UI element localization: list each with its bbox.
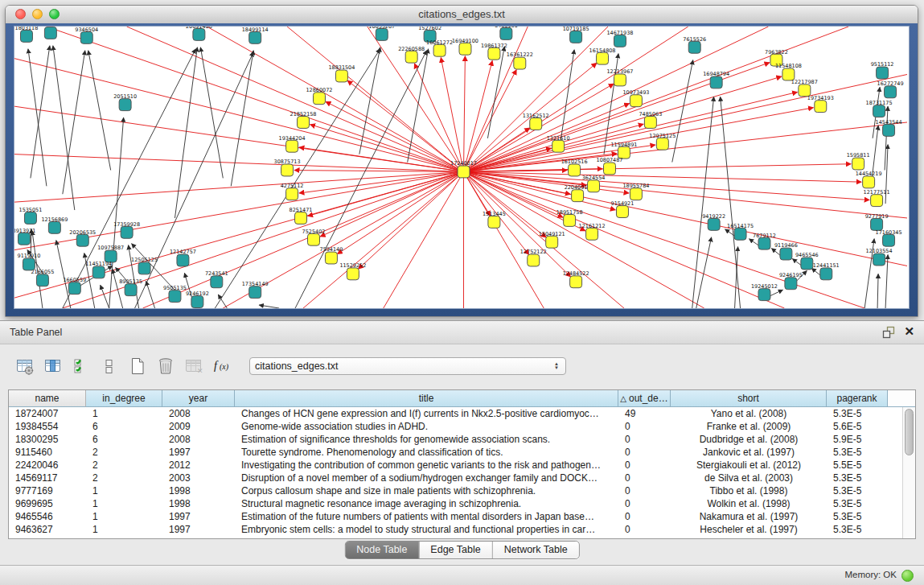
graph-node[interactable]: 9246192: [186, 290, 209, 308]
graph-node[interactable]: 8905135: [119, 278, 142, 296]
graph-node[interactable]: 9154921: [611, 200, 634, 218]
graph-node[interactable]: 12213967: [606, 68, 633, 86]
graph-node[interactable]: 12156869: [41, 216, 68, 234]
create-column-icon[interactable]: [127, 356, 148, 377]
tab-network-table[interactable]: Network Table: [492, 542, 579, 558]
graph-node[interactable]: 19734193: [807, 95, 834, 113]
graph-node[interactable]: 12142757: [170, 249, 196, 266]
delete-table-icon[interactable]: ✕: [183, 356, 204, 377]
table-row[interactable]: 911546021997Tourette syndrome. Phenomeno…: [9, 446, 903, 459]
select-rows-icon[interactable]: [71, 356, 92, 377]
graph-node[interactable]: 7679112: [753, 233, 776, 250]
graph-node[interactable]: 12975125: [649, 133, 676, 150]
column-header-year[interactable]: year: [162, 390, 235, 407]
graph-node[interactable]: 12103554: [866, 248, 893, 266]
graph-node[interactable]: 9119466: [774, 242, 798, 260]
graph-node[interactable]: 9346504: [75, 27, 98, 43]
column-header-in_degree[interactable]: in_degree: [86, 390, 162, 407]
graph-node[interactable]: 1660559: [63, 277, 86, 295]
graph-node[interactable]: 20206535: [69, 229, 96, 247]
graph-node[interactable]: 18731175: [866, 100, 893, 117]
table-row[interactable]: 2242004622012Investigating the contribut…: [9, 459, 903, 472]
table-row[interactable]: 1830029562008Estimation of significance …: [9, 433, 903, 446]
graph-node[interactable]: 13162512: [523, 113, 549, 130]
graph-node[interactable]: 10807487: [597, 157, 623, 175]
graph-node[interactable]: 9419222: [702, 213, 725, 231]
column-header-pagerank[interactable]: pagerank: [827, 390, 888, 407]
table-row[interactable]: 946362711997Embryonic stem cells: a mode…: [9, 523, 903, 536]
deselect-rows-icon[interactable]: [99, 356, 120, 377]
table-row[interactable]: 1456911722003Disruption of a novel membe…: [9, 472, 903, 484]
tab-node-table[interactable]: Node Table: [345, 542, 418, 558]
network-canvas[interactable]: 1803118403557493465042069140618499114106…: [14, 26, 910, 309]
graph-node[interactable]: 7243541: [205, 270, 228, 288]
graph-node[interactable]: 9505135: [163, 285, 187, 303]
graph-node[interactable]: 12505125: [131, 257, 158, 274]
graph-node[interactable]: 7525402: [302, 229, 326, 246]
graph-node[interactable]: 17160345: [876, 229, 902, 247]
graph-node[interactable]: 12441151: [813, 262, 840, 280]
graph-node[interactable]: 12484522: [563, 270, 589, 288]
column-options-icon[interactable]: [14, 356, 35, 377]
column-header-name[interactable]: name: [9, 390, 86, 407]
column-header-short[interactable]: short: [671, 390, 827, 407]
table-selector-dropdown[interactable]: citations_edges.txt▲▼: [249, 357, 566, 375]
window-titlebar[interactable]: citations_edges.txt: [6, 6, 918, 24]
graph-node[interactable]: 2166055: [31, 269, 54, 286]
close-panel-icon[interactable]: ✕: [904, 324, 914, 339]
scrollbar-thumb[interactable]: [905, 409, 914, 455]
graph-node[interactable]: 12217987: [791, 79, 818, 97]
graph-node[interactable]: 2051510: [113, 93, 137, 111]
graph-node[interactable]: 1535051: [19, 207, 43, 225]
graph-node[interactable]: 12752122: [520, 249, 547, 266]
graph-node[interactable]: 16514175: [727, 223, 754, 241]
graph-node[interactable]: 22040917: [565, 184, 591, 202]
graph-node[interactable]: 1513445: [483, 211, 506, 229]
graph-node[interactable]: 10719185: [563, 27, 589, 43]
graph-node[interactable]: 21852158: [290, 111, 317, 129]
graph-node[interactable]: 14671938: [606, 30, 633, 47]
graph-node[interactable]: 9515112: [871, 61, 894, 79]
graph-node[interactable]: 7594149: [320, 246, 343, 264]
show-columns-icon[interactable]: [43, 356, 64, 377]
graph-node[interactable]: 22260588: [398, 46, 425, 64]
graph-node[interactable]: 16949100: [452, 38, 478, 56]
graph-node[interactable]: 11529252: [339, 262, 366, 280]
table-row[interactable]: 946554611997Estimation of the future num…: [9, 510, 903, 523]
table-scrollbar[interactable]: [902, 407, 915, 538]
graph-node[interactable]: 18955784: [622, 183, 649, 200]
graph-node[interactable]: 11451194: [85, 261, 112, 278]
memory-ok-icon[interactable]: [901, 570, 914, 582]
graph-node[interactable]: 16154808: [589, 47, 616, 65]
graph-node[interactable]: 10975887: [97, 245, 124, 262]
graph-node[interactable]: 14454219: [856, 171, 882, 188]
graph-node[interactable]: 9246195: [779, 272, 803, 290]
graph-node[interactable]: 30875713: [274, 159, 301, 176]
table-row[interactable]: 969969511998Structural magnetic resonanc…: [9, 497, 903, 510]
graph-node[interactable]: 16272749: [877, 80, 904, 98]
graph-node[interactable]: 14543544: [876, 119, 902, 137]
graph-node[interactable]: 11548108: [775, 63, 802, 80]
graph-node[interactable]: 9277919: [865, 213, 889, 231]
graph-node[interactable]: 19344204: [279, 135, 306, 153]
delete-column-icon[interactable]: [155, 356, 176, 377]
graph-node[interactable]: 7615526: [683, 36, 706, 54]
graph-node[interactable]: 17359928: [113, 221, 140, 239]
graph-node[interactable]: 4035574: [39, 27, 62, 39]
graph-node[interactable]: 19245012: [751, 283, 778, 301]
graph-node[interactable]: 1803118: [15, 27, 39, 42]
graph-node[interactable]: 16102516: [561, 159, 588, 176]
graph-node[interactable]: 1321610: [547, 135, 570, 153]
graph-node[interactable]: 10653287: [368, 27, 395, 40]
graph-node[interactable]: 11594891: [610, 142, 637, 159]
float-panel-icon[interactable]: [882, 326, 895, 339]
graph-node[interactable]: 16361222: [507, 51, 533, 69]
graph-node[interactable]: 4275112: [281, 183, 304, 200]
table-row[interactable]: 1872400712008Changes of HCN gene express…: [9, 407, 903, 420]
function-builder-icon[interactable]: f(x): [211, 356, 232, 377]
graph-node[interactable]: 10973493: [622, 89, 649, 107]
graph-node[interactable]: 7485063: [639, 111, 662, 129]
column-header-out_de[interactable]: △out_de…: [618, 390, 671, 407]
graph-node[interactable]: 20691406: [186, 27, 212, 40]
tab-edge-table[interactable]: Edge Table: [418, 542, 491, 558]
